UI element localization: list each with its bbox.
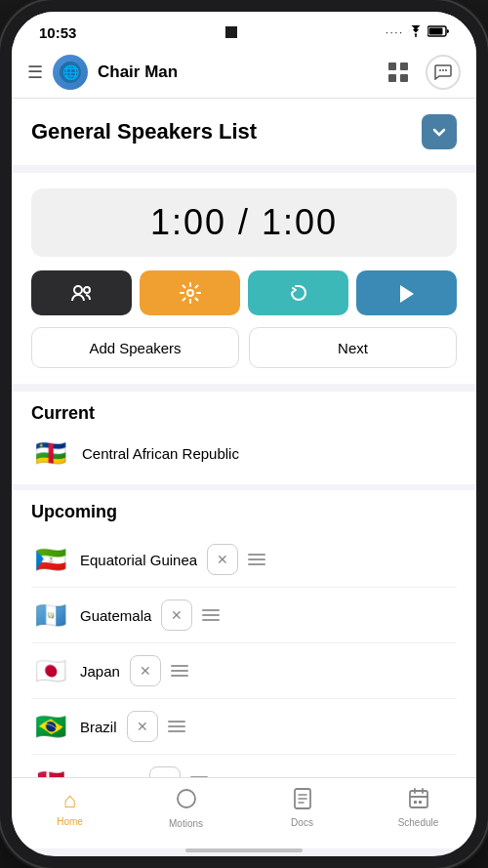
nav-home[interactable]: ⌂ Home (12, 784, 128, 833)
svg-point-10 (442, 69, 444, 71)
app-title-text: Chair Man (98, 62, 371, 82)
nav-motions[interactable]: Motions (128, 784, 244, 833)
reorder-eq-guinea-handle[interactable] (248, 554, 265, 565)
remove-guatemala-button[interactable]: ✕ (161, 599, 192, 631)
play-button[interactable] (356, 270, 457, 315)
menu-line (171, 670, 188, 672)
motions-icon (176, 788, 197, 815)
grid-icon[interactable] (381, 55, 416, 90)
menu-line (202, 614, 220, 616)
list-item: 🇩🇰 Denmark ✕ (31, 755, 457, 777)
reorder-japan-handle[interactable] (171, 665, 188, 677)
speakers-button[interactable] (31, 270, 132, 315)
svg-point-0 (415, 35, 417, 37)
country-info: Japan (80, 663, 120, 680)
svg-rect-8 (400, 74, 408, 82)
settings-button[interactable] (140, 270, 240, 315)
current-section: Current 🇨🇫 Central African Republic (12, 392, 476, 484)
main-content: General Speakers List 1:00 / 1:00 (12, 99, 476, 777)
menu-line (202, 609, 220, 611)
docs-label: Docs (291, 817, 313, 828)
schedule-icon (408, 788, 429, 814)
country-info: Guatemala (80, 607, 151, 624)
country-name-guatemala: Guatemala (80, 607, 151, 624)
camera-dot (225, 26, 237, 38)
svg-point-12 (74, 286, 82, 294)
current-label: Current (31, 403, 457, 424)
list-item: 🇯🇵 Japan ✕ (31, 643, 457, 699)
country-name-japan: Japan (80, 663, 120, 680)
chat-icon[interactable] (426, 55, 461, 90)
current-country-name: Central African Republic (82, 445, 239, 462)
svg-point-13 (84, 287, 90, 293)
home-label: Home (57, 816, 83, 827)
app-header: ☰ 🌐 Chair Man (12, 47, 476, 99)
svg-rect-17 (410, 791, 427, 807)
motions-label: Motions (169, 818, 203, 829)
reset-button[interactable] (248, 270, 348, 315)
svg-rect-7 (388, 74, 396, 82)
flag-equatorial-guinea: 🇬🇶 (31, 540, 70, 579)
svg-point-11 (445, 69, 447, 71)
svg-point-14 (187, 290, 193, 296)
current-flag: 🇨🇫 (31, 434, 70, 473)
action-buttons: Add Speakers Next (31, 327, 457, 368)
menu-line (168, 721, 185, 723)
list-item: 🇧🇷 Brazil ✕ (31, 699, 457, 755)
next-button[interactable]: Next (249, 327, 457, 368)
menu-line (171, 675, 188, 677)
timer-text: 1:00 / 1:00 (150, 202, 338, 242)
dropdown-button[interactable] (422, 114, 457, 149)
remove-eq-guinea-button[interactable]: ✕ (207, 544, 238, 575)
reorder-guatemala-handle[interactable] (202, 609, 220, 621)
svg-rect-2 (429, 28, 443, 35)
section-header: General Speakers List (12, 99, 476, 165)
menu-line (171, 665, 188, 667)
upcoming-section: Upcoming 🇬🇶 Equatorial Guinea ✕ (12, 490, 476, 777)
flag-denmark: 🇩🇰 (31, 763, 70, 777)
menu-line (168, 730, 185, 732)
remove-denmark-button[interactable]: ✕ (149, 766, 181, 777)
battery-icon (427, 23, 449, 41)
menu-line (248, 558, 265, 560)
svg-rect-6 (400, 62, 408, 70)
menu-line (248, 554, 265, 556)
country-name-brazil: Brazil (80, 719, 117, 735)
svg-rect-18 (414, 801, 417, 804)
schedule-label: Schedule (398, 817, 439, 828)
phone-frame: 10:53 ···· (0, 0, 488, 868)
upcoming-label: Upcoming (31, 502, 457, 522)
nav-docs[interactable]: Docs (244, 784, 360, 833)
svg-point-15 (178, 790, 195, 807)
bottom-nav: ⌂ Home Motions Docs (12, 777, 476, 848)
app-logo: 🌐 (53, 55, 88, 90)
nav-schedule[interactable]: Schedule (360, 784, 476, 833)
timer-display: 1:00 / 1:00 (31, 188, 457, 257)
menu-line (248, 563, 265, 565)
timer-section: 1:00 / 1:00 (12, 173, 476, 384)
reorder-brazil-handle[interactable] (168, 721, 185, 732)
menu-line (202, 619, 220, 621)
list-item: 🇬🇹 Guatemala ✕ (31, 588, 457, 643)
home-icon: ⌂ (63, 788, 76, 813)
remove-brazil-button[interactable]: ✕ (127, 711, 158, 742)
country-info: Brazil (80, 719, 117, 735)
wifi-icon (408, 23, 424, 41)
current-item: 🇨🇫 Central African Republic (31, 434, 457, 473)
phone-screen: 10:53 ···· (12, 12, 476, 856)
remove-japan-button[interactable]: ✕ (130, 655, 161, 686)
menu-line (168, 725, 185, 727)
add-speakers-button[interactable]: Add Speakers (31, 327, 239, 368)
list-item: 🇬🇶 Equatorial Guinea ✕ (31, 532, 457, 588)
country-info: Equatorial Guinea (80, 552, 197, 568)
svg-point-9 (439, 69, 441, 71)
country-name-eq-guinea: Equatorial Guinea (80, 552, 197, 568)
docs-icon (293, 788, 312, 814)
hamburger-icon[interactable]: ☰ (27, 62, 43, 83)
flag-guatemala: 🇬🇹 (31, 596, 70, 635)
flag-brazil: 🇧🇷 (31, 707, 70, 746)
status-icons: ···· (386, 23, 449, 41)
status-time: 10:53 (39, 24, 76, 41)
svg-rect-19 (419, 801, 422, 804)
home-indicator (185, 848, 303, 852)
